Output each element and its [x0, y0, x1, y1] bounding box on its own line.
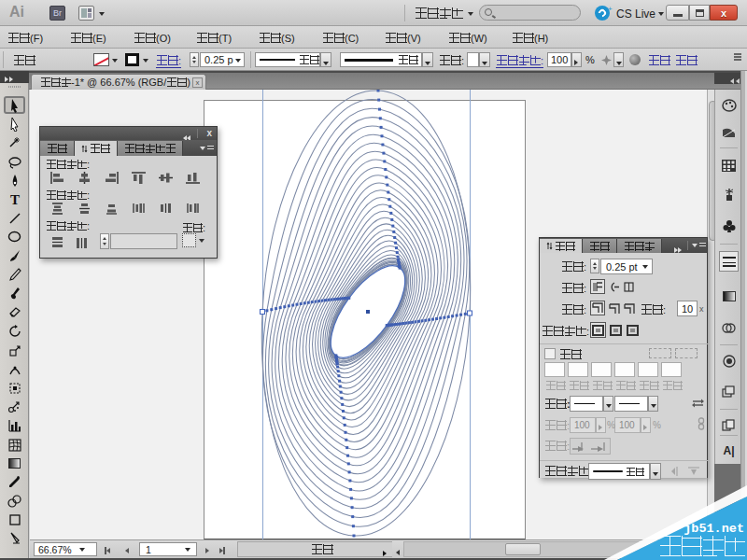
svg-text:T: T [9, 192, 19, 206]
